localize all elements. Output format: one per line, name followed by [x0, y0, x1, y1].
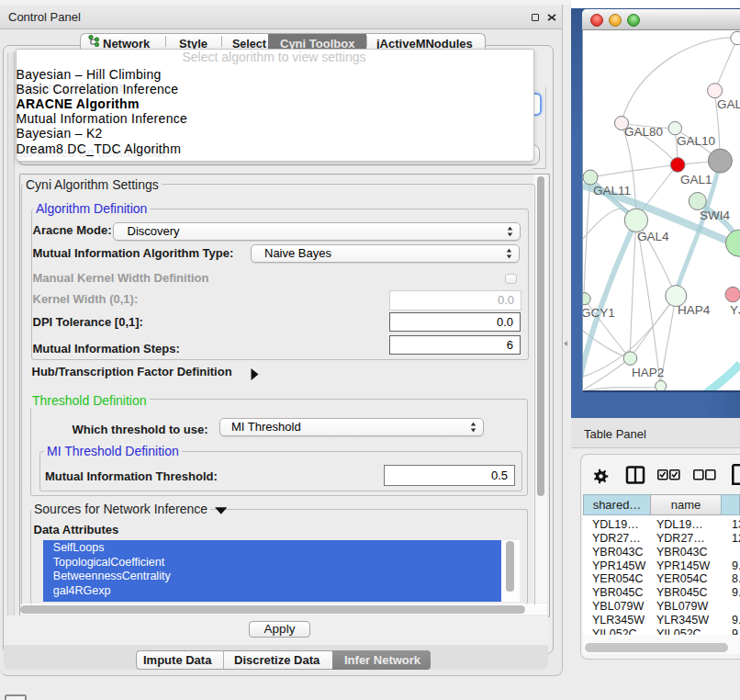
svg-text:GAL4: GAL4	[637, 230, 669, 243]
svg-text:GCY1: GCY1	[583, 306, 615, 320]
svg-text:SWI4: SWI4	[700, 209, 730, 222]
svg-text:GAL11: GAL11	[593, 184, 631, 198]
svg-text:GAL80: GAL80	[624, 125, 663, 139]
svg-text:GAL10: GAL10	[677, 134, 715, 148]
svg-text:HAP2: HAP2	[632, 366, 664, 379]
svg-text:GAL1: GAL1	[680, 173, 712, 186]
svg-text:GAL7: GAL7	[717, 97, 740, 111]
svg-text:YJ: YJ	[730, 303, 740, 317]
svg-text:HAP4: HAP4	[678, 303, 711, 317]
